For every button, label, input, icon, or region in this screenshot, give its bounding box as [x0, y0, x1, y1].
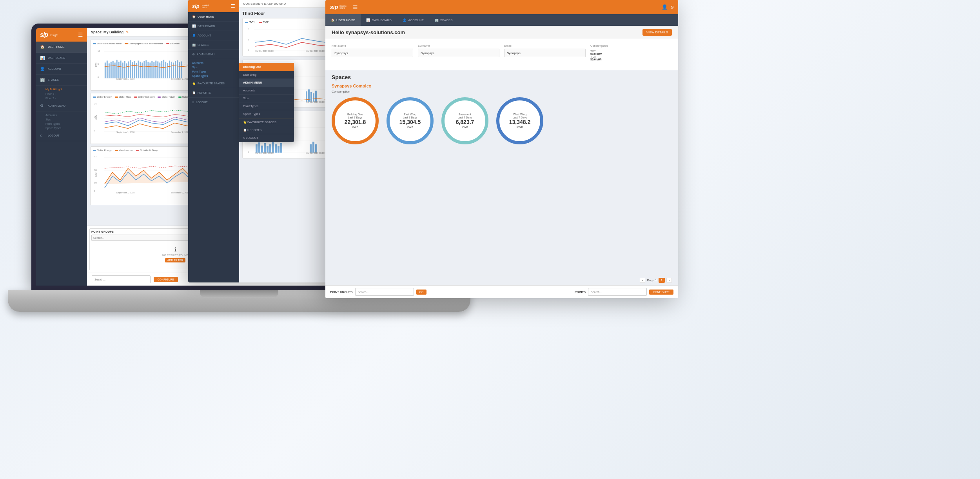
nav-spaces[interactable]: 🏢 SPACES — [429, 14, 458, 26]
dropdown-fav-spaces[interactable]: ⭐ FAVOURITE SPACES — [239, 118, 294, 126]
legend-c3-dot2 — [115, 150, 118, 151]
email-input[interactable] — [504, 49, 586, 57]
overlay-s-space-types[interactable]: Space Types — [192, 74, 235, 78]
sidebar-sub-floor2[interactable]: Floor 2 › — [36, 96, 87, 100]
spaces-subsection: My Building ✎ Floor 1 › Floor 2 › — [36, 87, 87, 100]
form-row-1: First Name Surname Email Consumption TOT… — [332, 44, 672, 62]
sidebar-item-spaces[interactable]: 🏢 SPACES — [36, 75, 87, 86]
points-search-input[interactable] — [588, 288, 647, 296]
circle-east-wing: East Wing Last 7 Days 15,304.5 kWh — [387, 97, 434, 147]
svg-text:Mar 01, 2019 08:00: Mar 01, 2019 08:00 — [255, 50, 274, 52]
overlay-second-ebis: EBIS — [202, 6, 209, 9]
overlay-sidebar-reports[interactable]: 📋 REPORTS — [188, 88, 239, 98]
overlay-s-dash-label: DASHBOARD — [198, 25, 215, 27]
svg-rect-107 — [313, 93, 314, 102]
svg-text:200: 200 — [94, 182, 97, 184]
configure-button[interactable]: CONFIGURE — [154, 277, 178, 282]
overlay-s-home-label: USER HOME — [198, 15, 214, 18]
sidebar-sub-sips[interactable]: Sips — [36, 117, 87, 122]
svg-rect-26 — [143, 61, 145, 78]
admin-icon: ⚙ — [40, 104, 45, 108]
svg-rect-36 — [163, 60, 164, 78]
svg-rect-43 — [177, 60, 178, 78]
overlay-s-point-types[interactable]: Point Types — [192, 69, 235, 74]
legend-dot-cs — [134, 97, 137, 98]
view-details-button[interactable]: VIEW DETAILS — [642, 29, 672, 36]
overlay-sidebar-logout[interactable]: ⎋ LOGOUT — [188, 98, 239, 107]
overlay-sidebar-account[interactable]: 👤 ACCOUNT — [188, 31, 239, 40]
svg-rect-38 — [167, 63, 168, 78]
dropdown-reports[interactable]: 📋 REPORTS — [239, 126, 294, 134]
overlay-sidebar-spaces[interactable]: 🏢 SPACES — [188, 40, 239, 50]
svg-rect-14 — [120, 61, 122, 78]
sidebar-label-admin: ADMIN MENU — [48, 104, 65, 107]
overlay-sidebar-dashboard[interactable]: 📊 DASHBOARD — [188, 22, 239, 31]
svg-rect-134 — [315, 144, 317, 153]
surname-input[interactable] — [418, 49, 499, 57]
spaces-section: Spaces Synapsys Complex Consumption Buil… — [325, 70, 678, 275]
overlay-s-sips[interactable]: Sips — [192, 65, 235, 69]
svg-rect-16 — [124, 61, 125, 78]
next-page-button[interactable]: › — [666, 278, 672, 283]
sidebar-sub-floor1[interactable]: Floor 1 › — [36, 92, 87, 96]
edit-icon[interactable]: ✎ — [126, 30, 129, 34]
svg-rect-8 — [109, 64, 110, 78]
logo-text: sip — [40, 31, 48, 38]
dropdown-point-types[interactable]: Point Types — [239, 102, 294, 110]
hello-bar: Hello synapsys-solutions.com VIEW DETAIL… — [325, 26, 678, 39]
legend-dot-cf — [115, 97, 118, 98]
hamburger-icon[interactable]: ☰ — [78, 32, 83, 38]
overlay-third-logo-text: sip — [330, 4, 338, 10]
sidebar-item-logout[interactable]: ⎋ LOGOUT — [36, 130, 87, 141]
circle-west-wing-unit: kWh — [517, 125, 523, 129]
dropdown-sips[interactable]: Sips — [239, 95, 294, 102]
page-1-button[interactable]: 1 — [659, 278, 665, 283]
t02-label: T-02 — [263, 21, 269, 24]
overlay-s-accounts[interactable]: Accounts — [192, 61, 235, 65]
overlay-sidebar-user-home[interactable]: 🏠 USER HOME — [188, 12, 239, 22]
legend-label-cf: Chiller Flow — [119, 96, 131, 98]
svg-text:0: 0 — [248, 49, 249, 51]
circle-basement-unit: kWh — [462, 125, 468, 129]
svg-rect-32 — [155, 61, 156, 78]
circle-basement-days: Last 7 Days — [458, 116, 472, 119]
legend-chiller-flow: Chiller Flow — [115, 96, 131, 98]
nav-user-home[interactable]: 🏠 USER HOME — [325, 14, 361, 26]
overlay-sidebar-fav-spaces[interactable]: ⭐ FAVOURITE SPACES — [188, 79, 239, 88]
sidebar-item-admin[interactable]: ⚙ ADMIN MENU — [36, 100, 87, 111]
dropdown-space-types[interactable]: Space Types — [239, 110, 294, 118]
overlay-sidebar-admin[interactable]: ⚙ ADMIN MENU — [188, 50, 239, 59]
overlay-third-user-icon[interactable]: 👤 — [662, 4, 668, 10]
overlay-configure-button[interactable]: CONFIGURE — [649, 290, 673, 295]
overlay-third-logout-icon[interactable]: ⎋ — [671, 4, 673, 10]
email-label: Email — [504, 44, 586, 47]
overlay-third-hamburger-icon[interactable]: ☰ — [353, 4, 358, 10]
sidebar-sub-point-types[interactable]: Point Types — [36, 122, 87, 126]
sidebar-item-account[interactable]: 👤 ACCOUNT — [36, 64, 87, 75]
svg-text:600: 600 — [94, 155, 97, 158]
dropdown-header: Building One — [239, 63, 294, 71]
overlay-third-content: Hello synapsys-solutions.com VIEW DETAIL… — [325, 26, 678, 298]
dropdown-east-wing[interactable]: East Wing — [239, 71, 294, 79]
sidebar-item-dashboard[interactable]: 📊 DASHBOARD — [36, 53, 87, 64]
dropdown-logout[interactable]: ⎋ LOGOUT — [239, 134, 294, 142]
nav-dashboard[interactable]: 📊 DASHBOARD — [361, 14, 397, 26]
first-name-input[interactable] — [332, 49, 413, 57]
overlay-second-hamburger[interactable]: ☰ — [231, 4, 235, 9]
go-button[interactable]: GO — [416, 290, 427, 295]
account-form: First Name Surname Email Consumption TOT… — [325, 39, 678, 70]
legend-label-cr: Chiller return — [162, 96, 175, 98]
prev-page-button[interactable]: ‹ — [640, 278, 645, 283]
account-icon: 👤 — [40, 67, 45, 71]
sidebar-item-user-home[interactable]: 🏠 USER HOME — [36, 42, 87, 53]
dropdown-accounts[interactable]: Accounts — [239, 87, 294, 95]
sidebar-sub-my-building[interactable]: My Building ✎ — [36, 87, 87, 92]
sidebar-sub-space-types[interactable]: Space Types — [36, 126, 87, 130]
sidebar-sub-accounts[interactable]: Accounts — [36, 113, 87, 117]
nav-account[interactable]: 👤 ACCOUNT — [397, 14, 429, 26]
bottom-search-input[interactable] — [92, 275, 151, 283]
svg-rect-10 — [113, 61, 114, 78]
point-groups-search-input[interactable] — [355, 288, 414, 296]
overlay-s-acc-icon: 👤 — [192, 34, 196, 37]
add-filter-button[interactable]: ADD FILTER — [165, 258, 185, 262]
